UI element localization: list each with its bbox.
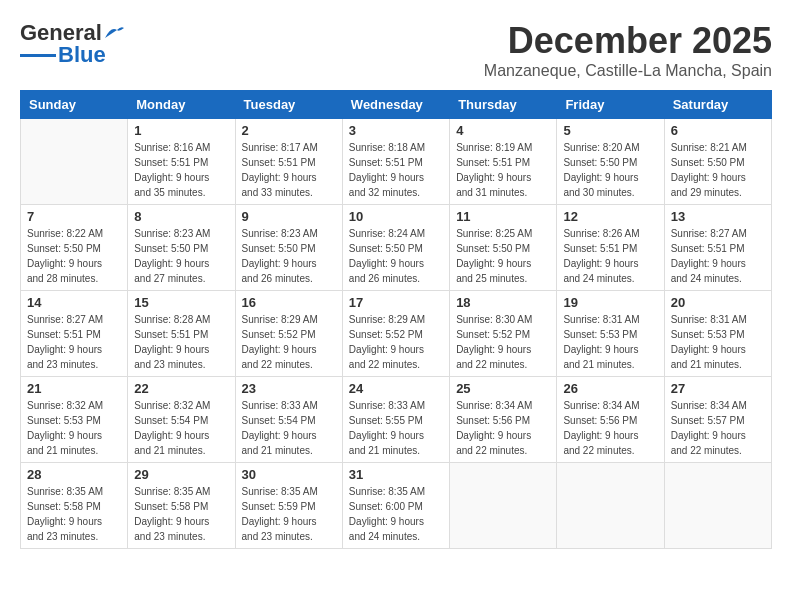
day-info: Sunrise: 8:18 AMSunset: 5:51 PMDaylight:… xyxy=(349,140,443,200)
day-number: 12 xyxy=(563,209,657,224)
calendar-cell: 1Sunrise: 8:16 AMSunset: 5:51 PMDaylight… xyxy=(128,119,235,205)
day-info: Sunrise: 8:20 AMSunset: 5:50 PMDaylight:… xyxy=(563,140,657,200)
calendar-header-saturday: Saturday xyxy=(664,91,771,119)
day-number: 29 xyxy=(134,467,228,482)
day-info: Sunrise: 8:25 AMSunset: 5:50 PMDaylight:… xyxy=(456,226,550,286)
week-row-2: 7Sunrise: 8:22 AMSunset: 5:50 PMDaylight… xyxy=(21,205,772,291)
day-info: Sunrise: 8:27 AMSunset: 5:51 PMDaylight:… xyxy=(27,312,121,372)
day-number: 23 xyxy=(242,381,336,396)
day-info: Sunrise: 8:26 AMSunset: 5:51 PMDaylight:… xyxy=(563,226,657,286)
calendar-cell: 15Sunrise: 8:28 AMSunset: 5:51 PMDayligh… xyxy=(128,291,235,377)
day-number: 11 xyxy=(456,209,550,224)
calendar-cell: 25Sunrise: 8:34 AMSunset: 5:56 PMDayligh… xyxy=(450,377,557,463)
day-number: 15 xyxy=(134,295,228,310)
day-info: Sunrise: 8:32 AMSunset: 5:53 PMDaylight:… xyxy=(27,398,121,458)
calendar-cell: 16Sunrise: 8:29 AMSunset: 5:52 PMDayligh… xyxy=(235,291,342,377)
day-number: 14 xyxy=(27,295,121,310)
calendar-header-thursday: Thursday xyxy=(450,91,557,119)
day-info: Sunrise: 8:30 AMSunset: 5:52 PMDaylight:… xyxy=(456,312,550,372)
title-section: December 2025 Manzaneque, Castille-La Ma… xyxy=(484,20,772,80)
day-info: Sunrise: 8:23 AMSunset: 5:50 PMDaylight:… xyxy=(134,226,228,286)
day-info: Sunrise: 8:34 AMSunset: 5:56 PMDaylight:… xyxy=(456,398,550,458)
day-info: Sunrise: 8:27 AMSunset: 5:51 PMDaylight:… xyxy=(671,226,765,286)
calendar-cell: 5Sunrise: 8:20 AMSunset: 5:50 PMDaylight… xyxy=(557,119,664,205)
location-title: Manzaneque, Castille-La Mancha, Spain xyxy=(484,62,772,80)
day-number: 1 xyxy=(134,123,228,138)
calendar-header-sunday: Sunday xyxy=(21,91,128,119)
day-number: 28 xyxy=(27,467,121,482)
logo-bird-icon xyxy=(103,24,125,42)
day-info: Sunrise: 8:35 AMSunset: 5:59 PMDaylight:… xyxy=(242,484,336,544)
day-info: Sunrise: 8:35 AMSunset: 5:58 PMDaylight:… xyxy=(27,484,121,544)
calendar-cell: 6Sunrise: 8:21 AMSunset: 5:50 PMDaylight… xyxy=(664,119,771,205)
day-info: Sunrise: 8:29 AMSunset: 5:52 PMDaylight:… xyxy=(349,312,443,372)
calendar-cell: 7Sunrise: 8:22 AMSunset: 5:50 PMDaylight… xyxy=(21,205,128,291)
day-number: 4 xyxy=(456,123,550,138)
calendar-cell: 29Sunrise: 8:35 AMSunset: 5:58 PMDayligh… xyxy=(128,463,235,549)
calendar-header-tuesday: Tuesday xyxy=(235,91,342,119)
calendar-cell: 12Sunrise: 8:26 AMSunset: 5:51 PMDayligh… xyxy=(557,205,664,291)
day-number: 17 xyxy=(349,295,443,310)
calendar-cell: 28Sunrise: 8:35 AMSunset: 5:58 PMDayligh… xyxy=(21,463,128,549)
day-number: 3 xyxy=(349,123,443,138)
calendar-cell: 19Sunrise: 8:31 AMSunset: 5:53 PMDayligh… xyxy=(557,291,664,377)
calendar-cell: 3Sunrise: 8:18 AMSunset: 5:51 PMDaylight… xyxy=(342,119,449,205)
day-info: Sunrise: 8:21 AMSunset: 5:50 PMDaylight:… xyxy=(671,140,765,200)
day-number: 2 xyxy=(242,123,336,138)
calendar-cell: 20Sunrise: 8:31 AMSunset: 5:53 PMDayligh… xyxy=(664,291,771,377)
day-info: Sunrise: 8:19 AMSunset: 5:51 PMDaylight:… xyxy=(456,140,550,200)
day-info: Sunrise: 8:33 AMSunset: 5:55 PMDaylight:… xyxy=(349,398,443,458)
day-number: 24 xyxy=(349,381,443,396)
day-number: 8 xyxy=(134,209,228,224)
day-info: Sunrise: 8:34 AMSunset: 5:56 PMDaylight:… xyxy=(563,398,657,458)
calendar-cell: 23Sunrise: 8:33 AMSunset: 5:54 PMDayligh… xyxy=(235,377,342,463)
day-number: 22 xyxy=(134,381,228,396)
day-number: 16 xyxy=(242,295,336,310)
calendar-header-row: SundayMondayTuesdayWednesdayThursdayFrid… xyxy=(21,91,772,119)
day-info: Sunrise: 8:23 AMSunset: 5:50 PMDaylight:… xyxy=(242,226,336,286)
day-info: Sunrise: 8:22 AMSunset: 5:50 PMDaylight:… xyxy=(27,226,121,286)
day-info: Sunrise: 8:31 AMSunset: 5:53 PMDaylight:… xyxy=(671,312,765,372)
day-number: 18 xyxy=(456,295,550,310)
day-number: 7 xyxy=(27,209,121,224)
calendar-cell: 4Sunrise: 8:19 AMSunset: 5:51 PMDaylight… xyxy=(450,119,557,205)
calendar-cell: 13Sunrise: 8:27 AMSunset: 5:51 PMDayligh… xyxy=(664,205,771,291)
day-info: Sunrise: 8:16 AMSunset: 5:51 PMDaylight:… xyxy=(134,140,228,200)
calendar-cell: 9Sunrise: 8:23 AMSunset: 5:50 PMDaylight… xyxy=(235,205,342,291)
calendar-header-friday: Friday xyxy=(557,91,664,119)
day-info: Sunrise: 8:29 AMSunset: 5:52 PMDaylight:… xyxy=(242,312,336,372)
calendar-cell: 17Sunrise: 8:29 AMSunset: 5:52 PMDayligh… xyxy=(342,291,449,377)
day-number: 19 xyxy=(563,295,657,310)
day-number: 30 xyxy=(242,467,336,482)
calendar-cell: 21Sunrise: 8:32 AMSunset: 5:53 PMDayligh… xyxy=(21,377,128,463)
calendar-header-wednesday: Wednesday xyxy=(342,91,449,119)
day-info: Sunrise: 8:35 AMSunset: 5:58 PMDaylight:… xyxy=(134,484,228,544)
day-number: 9 xyxy=(242,209,336,224)
day-number: 21 xyxy=(27,381,121,396)
day-info: Sunrise: 8:24 AMSunset: 5:50 PMDaylight:… xyxy=(349,226,443,286)
day-number: 25 xyxy=(456,381,550,396)
day-number: 6 xyxy=(671,123,765,138)
calendar-cell: 14Sunrise: 8:27 AMSunset: 5:51 PMDayligh… xyxy=(21,291,128,377)
calendar-table: SundayMondayTuesdayWednesdayThursdayFrid… xyxy=(20,90,772,549)
logo-blue: Blue xyxy=(58,42,106,68)
calendar-cell: 8Sunrise: 8:23 AMSunset: 5:50 PMDaylight… xyxy=(128,205,235,291)
calendar-header-monday: Monday xyxy=(128,91,235,119)
day-info: Sunrise: 8:33 AMSunset: 5:54 PMDaylight:… xyxy=(242,398,336,458)
month-title: December 2025 xyxy=(484,20,772,62)
day-info: Sunrise: 8:35 AMSunset: 6:00 PMDaylight:… xyxy=(349,484,443,544)
week-row-5: 28Sunrise: 8:35 AMSunset: 5:58 PMDayligh… xyxy=(21,463,772,549)
calendar-cell: 2Sunrise: 8:17 AMSunset: 5:51 PMDaylight… xyxy=(235,119,342,205)
calendar-cell xyxy=(21,119,128,205)
calendar-cell: 22Sunrise: 8:32 AMSunset: 5:54 PMDayligh… xyxy=(128,377,235,463)
day-number: 5 xyxy=(563,123,657,138)
calendar-cell: 10Sunrise: 8:24 AMSunset: 5:50 PMDayligh… xyxy=(342,205,449,291)
day-number: 13 xyxy=(671,209,765,224)
logo: General Blue xyxy=(20,20,126,68)
day-number: 10 xyxy=(349,209,443,224)
day-number: 26 xyxy=(563,381,657,396)
day-info: Sunrise: 8:17 AMSunset: 5:51 PMDaylight:… xyxy=(242,140,336,200)
calendar-cell xyxy=(664,463,771,549)
week-row-1: 1Sunrise: 8:16 AMSunset: 5:51 PMDaylight… xyxy=(21,119,772,205)
calendar-cell xyxy=(557,463,664,549)
